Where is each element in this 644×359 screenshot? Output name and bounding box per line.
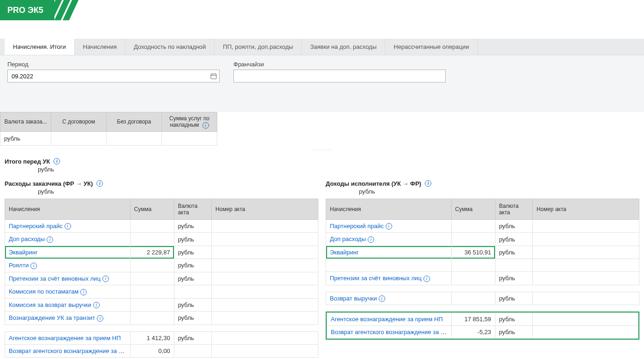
row-sum (451, 233, 495, 246)
app-header: PRO ЭК5 (0, 0, 644, 20)
table-row: Агентское вознаграждение за прием НП1 41… (5, 331, 318, 344)
row-link[interactable]: Возврат агентского вознаграждение за п..… (331, 329, 449, 335)
row-link[interactable]: Доп расходы (9, 235, 45, 242)
row-link[interactable]: Агентское вознаграждение за прием НП (331, 316, 443, 323)
row-sum: 17 851,59 (452, 313, 495, 326)
total-before-uk-title: Итого перед УК i (5, 153, 639, 166)
row-link[interactable]: Партнерский прайс (330, 223, 384, 230)
filters-panel: Период Франчайзи (0, 55, 644, 94)
row-link[interactable]: Вознаграждение УК за транзит (9, 314, 95, 321)
revenue-return-table: Возврат выручкиiрубль (326, 292, 639, 306)
row-link[interactable]: Возврат агентского вознаграждение за п..… (9, 347, 127, 354)
app-logo-text: PRO ЭК5 (7, 6, 43, 15)
info-icon[interactable]: i (425, 180, 431, 187)
total-before-uk-label: Итого перед УК (5, 158, 50, 165)
row-link[interactable]: Агентское вознаграждение за прием НП (9, 335, 121, 341)
summary-no-contract (107, 131, 162, 145)
tab-profitability[interactable]: Доходность по накладной (125, 39, 215, 55)
info-icon[interactable]: i (386, 223, 392, 230)
franchisee-input[interactable] (234, 70, 445, 82)
period-input-wrap[interactable] (7, 70, 220, 82)
row-act-number (212, 331, 318, 344)
row-name-cell: Возврат выручкиi (326, 292, 452, 305)
info-icon[interactable]: i (30, 263, 37, 269)
summary-services (162, 131, 217, 145)
row-link[interactable]: Роялти (9, 262, 29, 269)
row-act-number (212, 272, 318, 285)
row-sum: 2 229,87 (130, 246, 174, 259)
summary-th-services: Сумма услуг по накладным i (162, 112, 217, 132)
calendar-icon[interactable] (208, 71, 219, 82)
row-currency: рубль (174, 219, 211, 233)
row-act-number (533, 233, 639, 246)
table-row: Претензии за счёт виновных лицiрубль (5, 272, 318, 285)
info-icon[interactable]: i (423, 276, 430, 282)
row-link[interactable]: Комиссия по постаматам (9, 288, 78, 295)
row-sum (451, 292, 495, 305)
info-icon[interactable]: i (54, 158, 60, 165)
row-name-cell: Партнерский прайсi (326, 219, 452, 233)
tab-uncalculated[interactable]: Нерассчитанные операции (385, 39, 477, 55)
period-label: Период (7, 61, 220, 68)
row-name-cell: Доп расходыi (326, 233, 452, 246)
row-link[interactable]: Эквайринг (9, 249, 38, 256)
info-icon[interactable]: i (96, 180, 103, 187)
income-table: Начисления Сумма Валюта акта Номер акта … (326, 199, 639, 285)
row-act-number (532, 326, 638, 339)
table-row: Вознаграждение УК за транзитiрубль (5, 312, 318, 325)
summary-th-currency: Валюта заказа... (0, 112, 51, 132)
row-act-number (212, 344, 318, 357)
row-link[interactable]: Претензии за счёт виновных лиц (330, 275, 422, 282)
info-icon[interactable]: i (93, 302, 100, 308)
summary-table: Валюта заказа... С договором Без договор… (0, 112, 217, 146)
info-icon[interactable]: i (203, 122, 209, 129)
table-row (326, 259, 639, 271)
splitter-handle[interactable]: :::::::::: (0, 146, 644, 153)
info-icon[interactable]: i (379, 295, 385, 302)
row-link[interactable]: Эквайринг (330, 249, 359, 256)
info-icon[interactable]: i (102, 276, 109, 282)
th-name: Начисления (326, 199, 452, 219)
row-act-number (532, 313, 638, 326)
info-icon[interactable]: i (97, 315, 103, 322)
info-icon[interactable]: i (80, 289, 87, 295)
info-icon[interactable]: i (368, 236, 374, 243)
tab-royalty[interactable]: ПП, роялти, доп.расходы (215, 39, 302, 55)
summary-currency: рубль (0, 131, 51, 145)
logo-stripes (51, 0, 74, 20)
row-currency: рубль (495, 219, 532, 233)
row-act-number (533, 219, 639, 233)
spacer (0, 94, 644, 112)
row-link[interactable]: Возврат выручки (330, 295, 377, 302)
row-currency: рубль (495, 313, 532, 326)
info-icon[interactable]: i (47, 236, 53, 243)
tab-requests[interactable]: Заявки на доп. расходы (302, 39, 385, 55)
row-currency: рубль (495, 326, 532, 339)
tab-accruals[interactable]: Начисления (75, 39, 125, 55)
row-currency: рубль (174, 259, 211, 272)
svg-rect-0 (211, 74, 216, 79)
table-row: Доп расходыiрубль (5, 233, 318, 246)
row-link[interactable]: Доп расходы (330, 235, 366, 242)
performer-income-title: Доходы исполнителя (УК → ФР) i (326, 176, 639, 188)
row-name-cell: Претензии за счёт виновных лицi (326, 271, 452, 285)
tab-totals[interactable]: Начисления. Итоги (5, 39, 75, 55)
row-link[interactable]: Претензии за счёт виновных лиц (9, 275, 101, 282)
period-input[interactable] (8, 70, 93, 82)
franchisee-input-wrap[interactable] (233, 70, 446, 82)
row-sum (130, 298, 174, 312)
row-name-cell: Эквайринг (326, 246, 452, 259)
info-icon[interactable]: i (65, 223, 71, 230)
th-name: Начисления (5, 199, 131, 219)
row-link[interactable]: Партнерский прайс (9, 223, 63, 230)
right-column: Доходы исполнителя (УК → ФР) i рубль Нач… (326, 176, 639, 340)
row-sum (130, 259, 174, 272)
row-link[interactable]: Комиссия за возврат выручки (9, 301, 91, 308)
row-sum: 0,00 (130, 344, 174, 357)
row-act-number (533, 246, 639, 259)
summary-with-contract (51, 131, 107, 145)
row-currency (174, 344, 211, 357)
two-column-layout: Расходы заказчика (ФР → УК) i рубль Начи… (5, 176, 639, 358)
row-act-number (212, 219, 318, 233)
th-act-num: Номер акта (533, 199, 639, 219)
